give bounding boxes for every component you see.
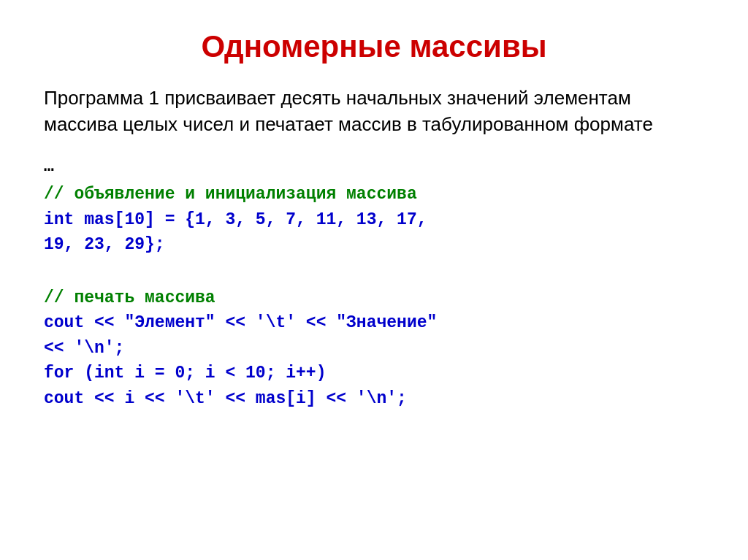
code-line-1: int mas[10] = {1, 3, 5, 7, 11, 13, 17, [44,207,704,233]
slide-container: Одномерные массивы Программа 1 присваива… [0,0,748,560]
code-line-5: for (int i = 0; i < 10; i++) [44,361,704,386]
intro-paragraph: Программа 1 присваивает десять начальных… [44,85,704,138]
slide-title: Одномерные массивы [44,29,704,64]
code-block: … // объявление и инициализация массива … [44,154,704,423]
code-section-2: // печать массива cout << "Элемент" << '… [44,272,704,412]
code-line-6: cout << i << '\t' << mas[i] << '\n'; [44,386,704,412]
empty-line [44,272,704,285]
ellipsis: … [44,154,704,180]
code-comment-2: // печать массива [44,285,704,311]
code-line-3: cout << "Элемент" << '\t' << "Значение" [44,310,704,336]
code-line-2: 19, 23, 29}; [44,232,704,258]
code-line-4: << '\n'; [44,336,704,361]
code-comment-1: // объявление и инициализация массива [44,182,704,207]
code-section-1: … // объявление и инициализация массива … [44,154,704,258]
